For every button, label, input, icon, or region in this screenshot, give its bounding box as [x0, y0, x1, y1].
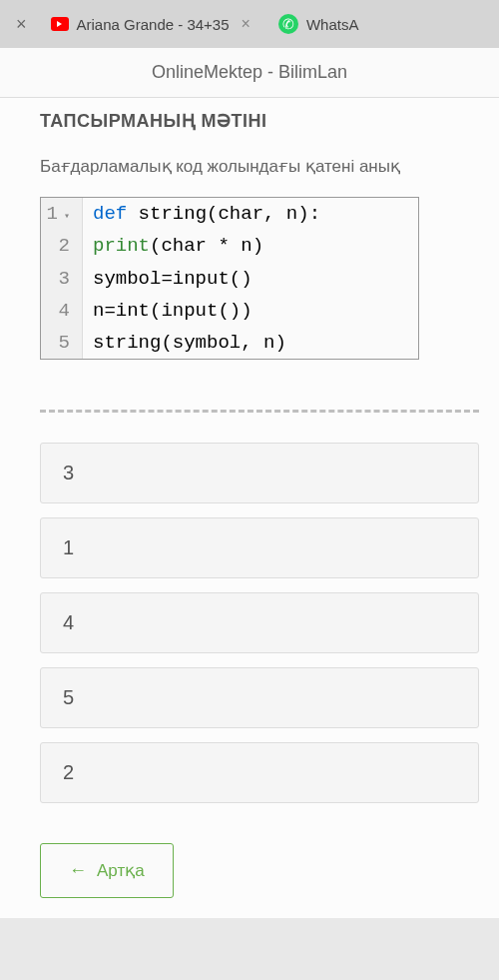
answer-option[interactable]: 2: [40, 742, 479, 803]
code-line: 2 print(char * n): [41, 230, 418, 262]
line-number: 3: [41, 263, 83, 295]
code-line: 5 string(symbol, n): [41, 327, 418, 359]
code-block: 1 def string(char, n): 2 print(char * n)…: [40, 197, 419, 360]
browser-tab-2[interactable]: WhatsA: [266, 6, 371, 42]
line-number: 5: [41, 327, 83, 359]
youtube-icon: [51, 17, 69, 31]
back-label: Артқа: [97, 860, 145, 881]
line-number: 1: [41, 198, 83, 230]
line-number: 4: [41, 295, 83, 327]
code-text: n=int(input()): [83, 295, 252, 327]
answer-option[interactable]: 1: [40, 517, 479, 578]
code-line: 1 def string(char, n):: [41, 198, 418, 230]
code-text: def string(char, n):: [83, 198, 320, 230]
back-button[interactable]: ← Артқа: [40, 843, 174, 898]
task-header: ТАПСЫРМАНЫҢ МƏТІНІ: [40, 98, 479, 156]
tab-close-icon[interactable]: ×: [242, 15, 250, 33]
code-text: symbol=input(): [83, 263, 252, 295]
arrow-left-icon: ←: [69, 860, 87, 881]
answer-option[interactable]: 4: [40, 592, 479, 653]
code-text: print(char * n): [83, 230, 263, 262]
browser-tabs: × Ariana Grande - 34+35 × WhatsA: [0, 0, 499, 48]
content-area: ТАПСЫРМАНЫҢ МƏТІНІ Бағдарламалық код жол…: [0, 98, 499, 918]
page-title: OnlineMektep - BilimLan: [152, 62, 347, 82]
close-icon[interactable]: ×: [8, 14, 35, 35]
code-line: 3 symbol=input(): [41, 263, 418, 295]
page-title-bar: OnlineMektep - BilimLan: [0, 48, 499, 98]
divider: [40, 410, 479, 413]
whatsapp-icon: [278, 14, 298, 34]
task-question: Бағдарламалық код жолындағы қатені анық: [40, 156, 479, 177]
line-number: 2: [41, 230, 83, 262]
answer-option[interactable]: 5: [40, 667, 479, 728]
tab-title: WhatsA: [306, 16, 359, 33]
code-line: 4 n=int(input()): [41, 295, 418, 327]
code-text: string(symbol, n): [83, 327, 286, 359]
tab-title: Ariana Grande - 34+35: [77, 16, 230, 33]
answer-options: 3 1 4 5 2: [40, 443, 479, 803]
browser-tab-1[interactable]: Ariana Grande - 34+35 ×: [39, 7, 262, 41]
answer-option[interactable]: 3: [40, 443, 479, 503]
